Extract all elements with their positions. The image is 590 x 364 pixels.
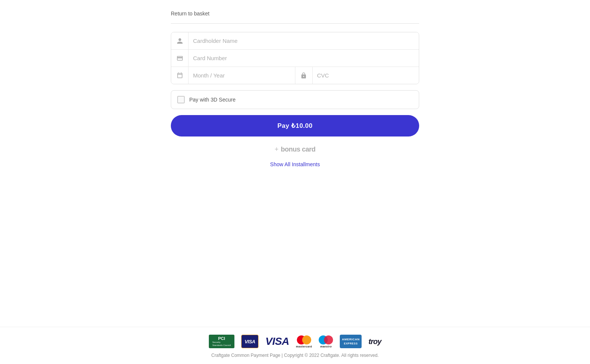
amex-logo: AMERICAN EXPRESS	[340, 335, 362, 348]
bonus-card-logo: bonus card	[281, 146, 315, 153]
card-form	[171, 32, 419, 84]
mastercard-logo: mastercard	[296, 335, 312, 348]
bonus-card-section: + bonus card	[171, 146, 419, 153]
bonus-plus-icon: +	[275, 146, 279, 153]
lock-icon	[295, 67, 313, 84]
payment-logos: PCI SecurityStandards Council VISA VISA …	[209, 335, 381, 348]
card-number-input[interactable]	[189, 50, 419, 67]
maestro-logo: maestro	[319, 335, 333, 348]
secure-3d-row: Pay with 3D Secure	[171, 90, 419, 109]
cardholder-name-input[interactable]	[189, 32, 419, 49]
installments-section: Show All Installments	[171, 161, 419, 168]
show-installments-link[interactable]: Show All Installments	[270, 161, 320, 167]
return-to-basket-link[interactable]: Return to basket	[171, 11, 210, 17]
expiry-input[interactable]	[189, 67, 295, 84]
footer-copyright: Craftgate Common Payment Page | Copyrigh…	[211, 353, 379, 358]
cvc-input[interactable]	[313, 67, 419, 84]
footer: PCI SecurityStandards Council VISA VISA …	[0, 327, 590, 364]
maestro-red-circle	[324, 335, 333, 344]
troy-logo: troy	[368, 335, 381, 348]
secure-3d-checkbox[interactable]	[177, 96, 185, 103]
cardholder-row	[171, 32, 419, 50]
card-icon	[171, 50, 189, 67]
card-number-row	[171, 50, 419, 67]
calendar-icon	[171, 67, 189, 84]
user-icon	[171, 32, 189, 49]
pay-button[interactable]: Pay ₺10.00	[171, 115, 419, 136]
mc-yellow-circle	[302, 335, 311, 344]
expiry-cvc-row	[171, 67, 419, 84]
pci-logo: PCI SecurityStandards Council	[209, 335, 234, 348]
divider	[171, 23, 419, 24]
visa-verified-logo: VISA	[241, 335, 259, 348]
visa-logo: VISA	[265, 335, 289, 348]
secure-3d-label: Pay with 3D Secure	[189, 97, 236, 103]
